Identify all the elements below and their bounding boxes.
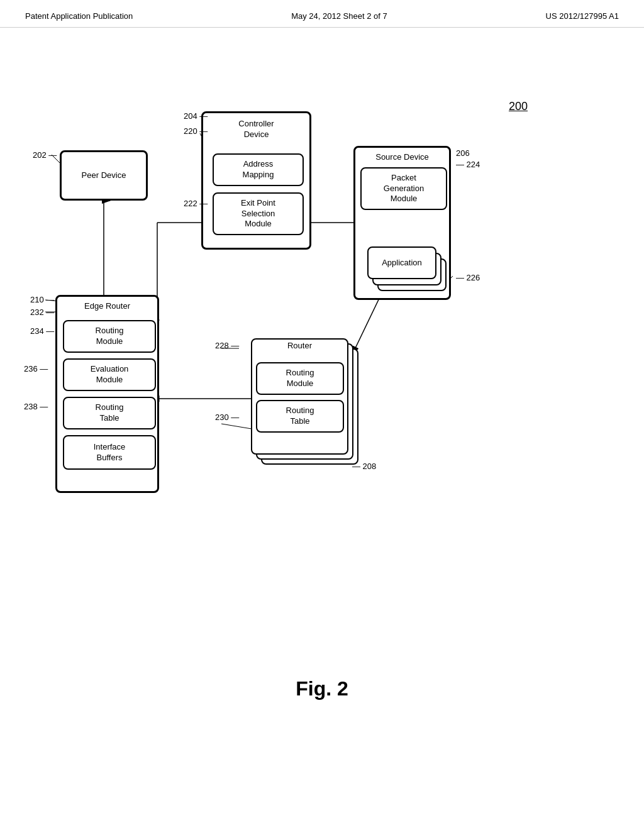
ref-222: 222 —	[184, 199, 208, 208]
peer-device-box: Peer Device	[60, 150, 148, 201]
edge-router-label: Edge Router	[58, 301, 157, 311]
interface-buffers-box: InterfaceBuffers	[63, 435, 156, 470]
peer-device-label: Peer Device	[82, 170, 126, 181]
figure-label: Fig. 2	[296, 677, 348, 700]
ref-206: 206	[456, 148, 470, 158]
routing-table-edge-label: RoutingTable	[96, 402, 124, 424]
ref-236: 236 —	[24, 364, 48, 374]
routing-table-router-label: RoutingTable	[286, 406, 314, 427]
routing-module-edge-label: RoutingModule	[96, 326, 124, 347]
exit-point-selection-label: Exit PointSelectionModule	[241, 198, 275, 230]
packet-generation-box: PacketGenerationModule	[360, 167, 447, 210]
address-mapping-box: AddressMapping	[213, 153, 304, 186]
interface-buffers-label: InterfaceBuffers	[94, 442, 126, 463]
routing-module-router-box: RoutingModule	[256, 362, 344, 395]
routing-table-router-box: RoutingTable	[256, 400, 344, 433]
router-front-box	[251, 338, 348, 455]
ref-230: 230 —	[215, 412, 239, 422]
application-label: Application	[382, 258, 422, 268]
ref-228: 228 —	[215, 341, 239, 350]
page-header: Patent Application Publication May 24, 2…	[0, 0, 644, 28]
evaluation-module-box: EvaluationModule	[63, 358, 156, 391]
ref-226: — 226	[456, 273, 480, 282]
application-box-1: Application	[367, 246, 436, 279]
svg-line-20	[221, 424, 252, 429]
router-top-label: Router	[251, 341, 348, 350]
routing-table-edge-box: RoutingTable	[63, 397, 156, 429]
evaluation-module-label: EvaluationModule	[91, 364, 129, 385]
header-left: Patent Application Publication	[25, 11, 133, 21]
header-center: May 24, 2012 Sheet 2 of 7	[291, 11, 387, 21]
ref-204: 204 —	[184, 111, 208, 121]
ref-234: 234 —	[30, 326, 54, 336]
routing-module-router-label: RoutingModule	[286, 368, 314, 389]
diagram-area: 200 Peer Device ControllerDevice Address…	[0, 28, 644, 738]
ref-238: 238 —	[24, 402, 48, 411]
header-right: US 2012/127995 A1	[546, 11, 619, 21]
diagram-number: 200	[509, 100, 528, 113]
source-device-label: Source Device	[355, 152, 449, 162]
ref-202: 202 —	[33, 150, 57, 160]
ref-224: — 224	[456, 160, 480, 169]
packet-generation-label: PacketGenerationModule	[384, 173, 424, 205]
svg-line-7	[352, 292, 382, 355]
ref-210: 210 —	[30, 295, 54, 304]
exit-point-selection-box: Exit PointSelectionModule	[213, 192, 304, 235]
routing-module-edge-box: RoutingModule	[63, 320, 156, 353]
ref-232: 232 —	[30, 307, 54, 317]
controller-device-label: ControllerDevice	[211, 119, 302, 140]
address-mapping-label: AddressMapping	[243, 159, 274, 180]
ref-220: 220 —	[184, 126, 208, 136]
